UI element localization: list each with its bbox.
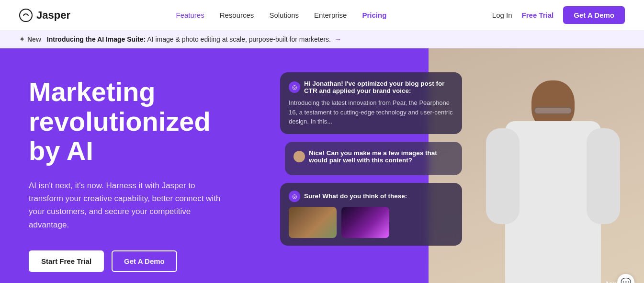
hero-content: Marketing revolutionized by AI AI isn't … bbox=[0, 48, 259, 283]
free-trial-link[interactable]: Free Trial bbox=[522, 11, 554, 19]
get-demo-button[interactable]: Get A Demo bbox=[563, 6, 625, 24]
chat-bubble-2-title: Nice! Can you make me a few images that … bbox=[309, 149, 453, 164]
login-link[interactable]: Log In bbox=[492, 11, 512, 19]
chat-bubble-2: Nice! Can you make me a few images that … bbox=[285, 142, 462, 175]
chat-bubbles: ◎ Hi Jonathan! I've optimized your blog … bbox=[280, 63, 462, 246]
person-arm-right bbox=[587, 128, 620, 224]
logo[interactable]: Jasper bbox=[19, 9, 70, 22]
start-free-trial-button[interactable]: Start Free Trial bbox=[29, 250, 104, 272]
announcement-text: Introducing the AI Image Suite: AI image… bbox=[47, 35, 341, 43]
chat-bubble-1-body: Introducing the latest innovation from P… bbox=[289, 98, 453, 126]
chat-bubble-2-header: Nice! Can you make me a few images that … bbox=[294, 149, 453, 164]
hero-section: Marketing revolutionized by AI AI isn't … bbox=[0, 48, 644, 283]
logo-icon bbox=[19, 9, 33, 22]
nav-link-enterprise[interactable]: Enterprise bbox=[314, 11, 347, 19]
jasper-ai-icon: ◎ bbox=[289, 81, 300, 93]
person-figure bbox=[481, 66, 625, 283]
chat-image-city bbox=[341, 207, 389, 238]
jasper-ai-icon-2: ◎ bbox=[289, 191, 300, 202]
sparkle-icon: ✦ bbox=[19, 35, 25, 43]
chat-images bbox=[289, 207, 453, 238]
chat-bubble-3-title: Sure! What do you think of these: bbox=[304, 192, 407, 200]
announcement-new-badge: ✦ New bbox=[19, 35, 41, 43]
hero-buttons: Start Free Trial Get A Demo bbox=[29, 250, 230, 272]
navbar: Jasper Features Resources Solutions Ente… bbox=[0, 0, 644, 31]
svg-point-0 bbox=[20, 9, 32, 22]
nav-link-solutions[interactable]: Solutions bbox=[269, 11, 299, 19]
announcement-bar[interactable]: ✦ New Introducing the AI Image Suite: AI… bbox=[0, 31, 644, 48]
nav-link-pricing[interactable]: Pricing bbox=[362, 11, 386, 19]
person-arm-left bbox=[486, 128, 520, 224]
hero-subtitle: AI isn't next, it's now. Harness it with… bbox=[29, 179, 230, 231]
user-avatar bbox=[294, 151, 305, 162]
hero-right: ◎ Hi Jonathan! I've optimized your blog … bbox=[271, 48, 644, 283]
nav-links: Features Resources Solutions Enterprise … bbox=[176, 11, 386, 20]
nav-link-resources[interactable]: Resources bbox=[220, 11, 254, 19]
chat-widget-icon: 💬 bbox=[621, 277, 631, 283]
chat-bubble-1-header: ◎ Hi Jonathan! I've optimized your blog … bbox=[289, 80, 453, 94]
person-glasses bbox=[534, 107, 572, 114]
logo-text: Jasper bbox=[36, 9, 70, 22]
chat-image-landscape bbox=[289, 207, 337, 238]
hero-get-demo-button[interactable]: Get A Demo bbox=[112, 250, 177, 272]
chat-bubble-1: ◎ Hi Jonathan! I've optimized your blog … bbox=[280, 72, 462, 134]
nav-link-features[interactable]: Features bbox=[176, 11, 204, 19]
navbar-right: Log In Free Trial Get A Demo bbox=[492, 6, 625, 24]
chat-bubble-3: ◎ Sure! What do you think of these: bbox=[280, 183, 462, 246]
hero-title: Marketing revolutionized by AI bbox=[29, 77, 230, 166]
announcement-arrow: → bbox=[335, 35, 341, 43]
chat-bubble-1-title: Hi Jonathan! I've optimized your blog po… bbox=[304, 80, 453, 94]
chat-bubble-3-header: ◎ Sure! What do you think of these: bbox=[289, 191, 453, 202]
